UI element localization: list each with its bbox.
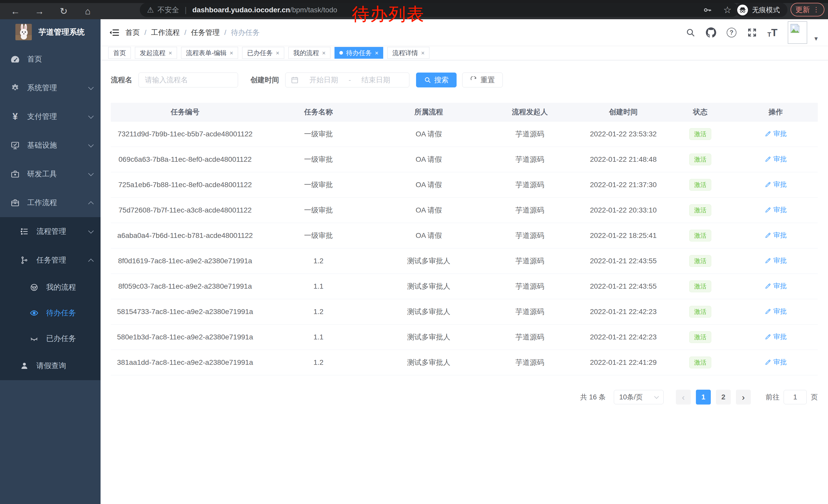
sidebar-item-home[interactable]: 首页 (0, 45, 100, 74)
chevron-down-icon (88, 84, 94, 90)
filter-bar: 流程名 创建时间 - 搜索 (111, 73, 818, 87)
reset-button[interactable]: 重置 (462, 73, 503, 87)
page-size-select[interactable]: 10条/页 (614, 390, 664, 404)
col-process: 所属流程 (378, 103, 480, 122)
table-row: 73211d9d-7b9b-11ec-b5b7-acde48001122 一级审… (111, 122, 818, 147)
browser-forward-icon[interactable]: → (34, 6, 45, 17)
prev-page-button[interactable]: ‹ (676, 390, 691, 405)
approve-link[interactable]: 审批 (764, 231, 787, 240)
close-icon[interactable]: × (276, 50, 279, 56)
pencil-icon (764, 308, 771, 315)
url-divider: | (185, 6, 187, 14)
sidebar-item-leave-query[interactable]: 请假查询 (0, 352, 100, 380)
breadcrumb-workflow[interactable]: 工作流程 (151, 28, 180, 37)
close-icon[interactable]: × (421, 50, 424, 56)
task-time: 2022-01-22 21:48:48 (580, 147, 667, 172)
approve-link[interactable]: 审批 (764, 307, 787, 316)
sidebar-item-process-mgmt[interactable]: 流程管理 (0, 217, 100, 246)
search-button[interactable]: 搜索 (416, 73, 457, 87)
search-icon[interactable] (686, 28, 696, 38)
status-badge: 激活 (689, 179, 711, 191)
approve-link[interactable]: 审批 (764, 332, 787, 341)
sidebar: 芋道管理系统 首页 系统管理 ¥ 支付管理 (0, 19, 100, 504)
close-icon[interactable]: × (375, 50, 378, 56)
breadcrumb-home[interactable]: 首页 (125, 28, 140, 37)
breadcrumb-current: 待办任务 (231, 28, 259, 37)
tab-done-tasks[interactable]: 已办任务 × (242, 47, 284, 59)
browser-reload-icon[interactable]: ↻ (58, 6, 69, 17)
tab-home[interactable]: 首页 (108, 47, 131, 59)
help-icon[interactable]: ? (727, 28, 737, 38)
refresh-icon (470, 77, 478, 84)
pencil-icon (764, 258, 771, 264)
security-warning-icon[interactable]: ⚠ (147, 5, 154, 14)
approve-link[interactable]: 审批 (764, 205, 787, 214)
tab-label: 发起流程 (140, 49, 165, 57)
status-badge: 激活 (689, 255, 711, 267)
avatar-caret-icon[interactable]: ▾ (815, 35, 818, 43)
fullscreen-icon[interactable] (747, 28, 757, 38)
close-icon[interactable]: × (322, 50, 326, 56)
approve-label: 审批 (773, 307, 787, 316)
bookmark-star-icon[interactable]: ☆ (723, 5, 732, 15)
todo-task-table: 任务编号 任务名称 所属流程 流程发起人 创建时间 状态 操作 73211d9d… (111, 103, 818, 375)
table-row: 8f059c03-7ac8-11ec-a9e2-a2380e71991a 1.1… (111, 274, 818, 299)
approve-link[interactable]: 审批 (764, 129, 787, 138)
table-header-row: 任务编号 任务名称 所属流程 流程发起人 创建时间 状态 操作 (111, 103, 818, 122)
close-icon[interactable]: × (230, 50, 233, 56)
chevron-down-icon (654, 394, 659, 399)
date-range-picker[interactable]: - (285, 73, 409, 87)
sidebar-item-label: 系统管理 (27, 83, 57, 93)
tab-label: 首页 (113, 49, 126, 57)
page-button-2[interactable]: 2 (716, 390, 731, 405)
browser-menu-dots-icon[interactable]: ⋮ (813, 6, 820, 13)
sidebar-item-done-tasks[interactable]: 已办任务 (0, 326, 100, 352)
calendar-icon (291, 76, 299, 84)
github-icon[interactable] (706, 28, 716, 38)
security-label[interactable]: 不安全 (158, 5, 179, 15)
table-row: 725a1eb6-7b88-11ec-8ef0-acde48001122 一级审… (111, 172, 818, 198)
browser-back-icon[interactable]: ← (10, 6, 21, 17)
approve-link[interactable]: 审批 (764, 256, 787, 265)
sidebar-item-payment[interactable]: ¥ 支付管理 (0, 102, 100, 131)
tab-process-detail[interactable]: 流程详情 × (387, 47, 429, 59)
url-bar[interactable]: ⚠ 不安全 | dashboard.yudao.iocoder.cn /bpm/… (140, 3, 739, 17)
password-key-icon[interactable] (703, 5, 712, 15)
goto-page-input[interactable] (784, 390, 807, 404)
sidebar-item-devtools[interactable]: 研发工具 (0, 160, 100, 188)
avatar[interactable] (788, 21, 807, 44)
next-page-button[interactable]: › (736, 390, 751, 405)
tab-start-process[interactable]: 发起流程 × (135, 47, 177, 59)
breadcrumb-task-mgmt[interactable]: 任务管理 (191, 28, 220, 37)
page-button-1[interactable]: 1 (696, 390, 711, 405)
sidebar-item-system[interactable]: 系统管理 (0, 74, 100, 102)
breadcrumb-separator: / (184, 29, 187, 37)
approve-label: 审批 (773, 129, 787, 138)
tab-todo-tasks[interactable]: 待办任务 × (334, 47, 383, 59)
sidebar-item-workflow[interactable]: 工作流程 (0, 188, 100, 217)
end-date-input[interactable] (354, 76, 398, 84)
task-time: 2022-01-21 22:42:23 (580, 299, 667, 325)
task-starter: 芋道源码 (480, 350, 580, 375)
sidebar-item-my-process[interactable]: 我的流程 (0, 275, 100, 300)
tab-form-edit[interactable]: 流程表单-编辑 × (181, 47, 238, 59)
sidebar-item-task-mgmt[interactable]: 任务管理 (0, 246, 100, 275)
close-icon[interactable]: × (169, 50, 172, 56)
task-name: 1.2 (259, 350, 378, 375)
sidebar-item-infrastructure[interactable]: 基础设施 (0, 131, 100, 160)
browser-home-icon[interactable]: ⌂ (82, 6, 93, 17)
approve-link[interactable]: 审批 (764, 358, 787, 367)
start-date-input[interactable] (301, 76, 346, 84)
approve-link[interactable]: 审批 (764, 281, 787, 290)
tab-my-process[interactable]: 我的流程 × (288, 47, 330, 59)
font-size-icon[interactable]: TT (768, 28, 778, 38)
sidebar-logo[interactable]: 芋道管理系统 (0, 19, 100, 45)
sidebar-fold-icon[interactable] (109, 27, 120, 38)
sidebar-item-todo-tasks[interactable]: 待办任务 (0, 300, 100, 326)
task-id: 069c6a63-7b8a-11ec-8ef0-acde48001122 (111, 147, 259, 172)
approve-link[interactable]: 审批 (764, 180, 787, 189)
browser-update-button[interactable]: 更新 ⋮ (791, 3, 824, 16)
approve-link[interactable]: 审批 (764, 154, 787, 164)
process-name-input[interactable] (138, 73, 238, 87)
dashboard-icon (10, 54, 20, 64)
